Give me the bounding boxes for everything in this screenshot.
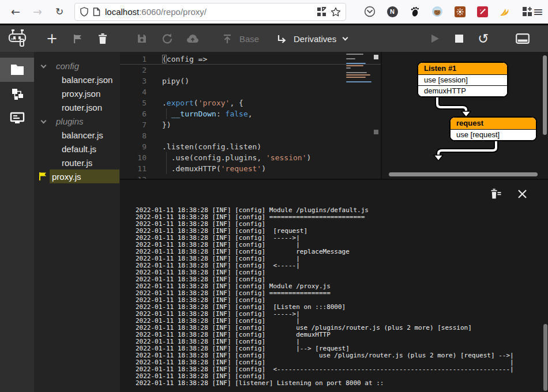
rail-pipeline-tab[interactable] [0,82,34,106]
code-line-7[interactable]: 7}) [120,119,381,130]
derivatives-icon [275,25,288,52]
editor-scroll-marker-mid[interactable] [374,130,378,134]
console-icon [10,112,25,125]
line-number: 1 [120,54,152,65]
rail-files-tab[interactable] [0,58,34,82]
tree-item-balancer.js[interactable]: balancer.js [34,128,120,142]
derivatives-dropdown[interactable]: Derivatives [288,25,347,52]
tree-item-router.js[interactable]: router.js [34,156,120,169]
menu-button[interactable]: ≡ [530,3,547,20]
left-rail [0,52,34,392]
revert-button[interactable] [159,25,175,52]
line-number: 3 [120,76,152,86]
code-line-5[interactable]: 5.export('proxy', { [120,97,381,108]
url-text[interactable]: localhost:6060/repo/proxy/ [105,7,313,17]
flag-button[interactable] [69,25,85,52]
minimap-bar [346,74,370,76]
tree-item-proxy.js[interactable]: proxy.js [34,169,120,183]
screenshot-grid-icon[interactable] [317,7,326,17]
diagram-box-title: Listen #1 [418,63,507,74]
reload-button[interactable]: ↻ [51,3,68,20]
console-scrollbar[interactable] [543,324,547,391]
url-path: :6060/repo/proxy/ [139,7,207,17]
restart-button[interactable]: ↺ [475,25,491,52]
code-line-12[interactable]: 12 [120,174,381,179]
diagram-vertical-scrollbar[interactable] [543,55,547,135]
minimap-bar [346,54,363,55]
code-line-6[interactable]: 6 __turnDown: false, [120,108,381,119]
code-text: .listen(config.listen) [152,141,261,152]
browser-chrome: ← → ↻ localhost:6060/repo/proxy/ N [0,0,548,24]
shield-icon[interactable] [80,7,89,17]
tree-item-proxy.json[interactable]: proxy.json [34,86,120,100]
url-host: localhost [105,7,139,17]
extension-wand-icon[interactable] [475,4,490,19]
code-text: }) [152,119,171,130]
tree-folder-label: config [56,61,79,71]
editor-minimap[interactable] [346,54,374,84]
derivatives-label: Derivatives [294,34,336,44]
save-button[interactable] [134,25,150,52]
tree-item-balancer.json[interactable]: balancer.json [34,73,120,86]
tree-item-label: proxy.json [62,89,100,99]
code-line-9[interactable]: 9.listen(config.listen) [120,141,381,152]
start-button[interactable] [427,25,443,52]
upload-cloud-button[interactable] [185,25,201,52]
extension-swoosh-icon[interactable] [497,4,512,19]
tree-item-label: default.js [62,144,96,154]
editor-scroll-marker-top[interactable] [374,55,378,59]
extension-n-badge-icon[interactable]: N [385,4,400,19]
forward-button[interactable]: → [29,3,46,20]
back-button[interactable]: ← [7,3,24,20]
pipeline-diagram: Listen #1use [session]demuxHTTPrequestus… [381,52,548,179]
code-text: .demuxHTTP('request') [152,163,266,174]
minimap-bar [346,81,371,82]
code-text [152,130,162,141]
base-label: Base [239,34,259,44]
extension-cookie-icon[interactable] [430,4,445,19]
code-line-2[interactable]: 2 [120,65,381,76]
diagram-box-row: use [request] [451,129,536,140]
url-bar[interactable]: localhost:6060/repo/proxy/ [74,3,346,21]
code-line-4[interactable]: 4 [120,86,381,97]
code-editor[interactable]: 1(config =>23pipy()45.export('proxy', {6… [120,52,381,179]
code-line-10[interactable]: 10 .use(config.plugins, 'session') [120,152,381,163]
extension-containers-icon[interactable] [452,4,467,19]
extension-pocket-icon[interactable] [362,4,377,19]
bookmark-star-icon[interactable] [331,7,341,17]
code-line-8[interactable]: 8 [120,130,381,141]
diagram-horizontal-scrollbar[interactable] [389,172,538,176]
diagram-box-title: request [451,118,536,129]
diagram-box-0[interactable]: Listen #1use [session]demuxHTTP [418,62,508,97]
code-line-1[interactable]: 1(config => [120,54,381,65]
tree-folder-config[interactable]: config [34,59,120,73]
tree-folder-label: plugins [56,116,84,126]
tree-item-label: balancer.json [62,75,112,85]
clear-console-button[interactable] [490,187,502,200]
stop-button[interactable] [451,25,467,52]
tree-item-default.js[interactable]: default.js [34,142,120,156]
tree-item-router.json[interactable]: router.json [34,100,120,114]
tree-item-label: proxy.js [52,172,81,182]
minimap-bar [346,77,366,78]
extension-gnome-foot-icon[interactable] [407,4,422,19]
diagram-box-1[interactable]: requestuse [request] [450,117,536,141]
console-panel: 2022-01-11 18:38:28 [INF] [config] Modul… [120,179,548,392]
code-line-11[interactable]: 11 .demuxHTTP('request') [120,163,381,174]
code-line-3[interactable]: 3pipy() [120,76,381,86]
file-tree: configbalancer.jsonproxy.jsonrouter.json… [34,52,120,392]
tree-folder-plugins[interactable]: plugins [34,114,120,128]
base-icon [220,25,234,52]
code-text [152,86,162,97]
rail-console-tab[interactable] [0,106,34,130]
minimap-bar [346,67,351,69]
close-console-button[interactable] [516,187,528,200]
flag-icon [39,172,47,181]
page-info-icon[interactable] [93,7,100,16]
new-file-button[interactable]: + [44,25,60,52]
delete-button[interactable] [95,25,111,52]
base-button[interactable]: Base [234,25,259,52]
line-number: 7 [120,119,152,130]
line-number: 4 [120,86,152,97]
console-panel-button[interactable] [513,25,532,52]
